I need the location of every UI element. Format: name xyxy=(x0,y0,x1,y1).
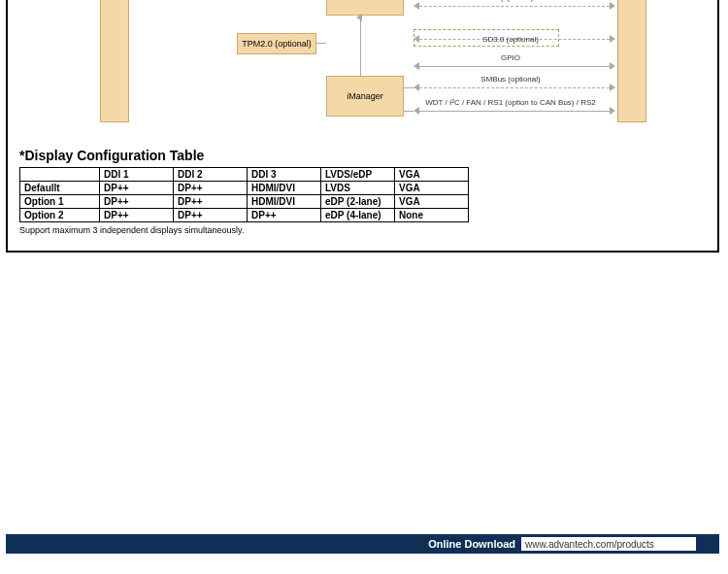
th-2: DDI 2 xyxy=(174,168,248,182)
table-row: Defaullt DP++ DP++ HDMI/DVI LVDS VGA xyxy=(20,182,469,195)
footer-label: Online Download xyxy=(428,538,521,550)
bus-label-0: I²C (optional) xyxy=(414,0,608,2)
th-4: LVDS/eDP xyxy=(321,168,395,182)
footer-url[interactable]: www.advantech.com/products xyxy=(521,537,696,551)
display-config-table: DDI 1 DDI 2 DDI 3 LVDS/eDP VGA Defaullt … xyxy=(19,167,469,222)
tpm-label: TPM2.0 (optional) xyxy=(242,39,312,49)
table-header-row: DDI 1 DDI 2 DDI 3 LVDS/eDP VGA xyxy=(20,168,469,182)
bus-label-1: SD3.0 (optional) xyxy=(414,35,608,44)
right-block xyxy=(617,0,646,122)
table-row: Option 2 DP++ DP++ DP++ eDP (4-lane) Non… xyxy=(20,209,469,222)
th-0 xyxy=(20,168,100,182)
mid-block xyxy=(326,0,404,16)
footer-bar: Online Download www.advantech.com/produc… xyxy=(6,534,719,554)
th-3: DDI 3 xyxy=(248,168,321,182)
th-5: VGA xyxy=(395,168,469,182)
table-row: Option 1 DP++ DP++ HDMI/DVI eDP (2-lane)… xyxy=(20,195,469,209)
tpm-block: TPM2.0 (optional) xyxy=(237,33,316,54)
imanager-block: iManager xyxy=(326,76,404,117)
bus-label-2: GPIO xyxy=(414,53,608,62)
bus-label-4: WDT / I²C / FAN / RS1 (option to CAN Bus… xyxy=(414,98,608,107)
bus-label-3: SMBus (optional) xyxy=(414,75,608,84)
imanager-label: iManager xyxy=(347,91,383,101)
th-1: DDI 1 xyxy=(100,168,174,182)
left-block xyxy=(100,0,129,122)
table-title: *Display Configuration Table xyxy=(19,148,204,163)
table-note: Support maximum 3 independent displays s… xyxy=(19,225,244,235)
block-diagram: TPM2.0 (optional) iManager I²C (optional… xyxy=(8,0,717,126)
